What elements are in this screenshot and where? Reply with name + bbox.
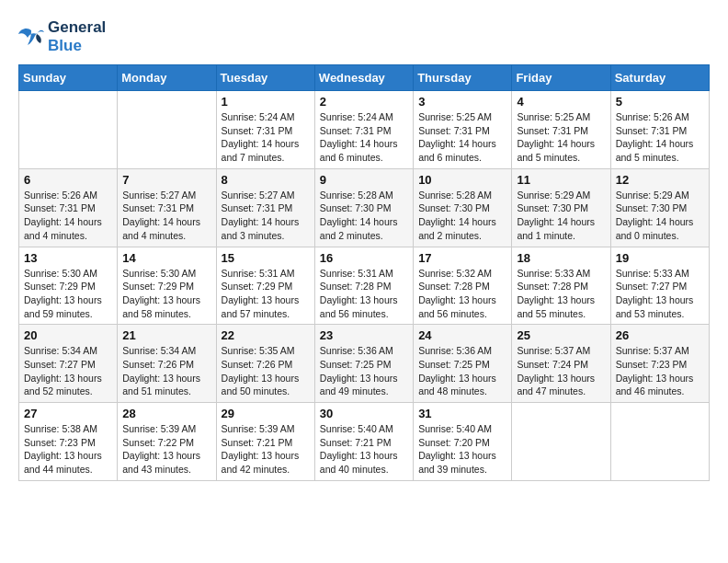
day-info: Sunrise: 5:36 AM Sunset: 7:25 PM Dayligh…: [418, 344, 506, 398]
day-info: Sunrise: 5:39 AM Sunset: 7:21 PM Dayligh…: [222, 422, 310, 477]
day-info: Sunrise: 5:34 AM Sunset: 7:26 PM Dayligh…: [122, 344, 210, 398]
logo-bird-icon: [18, 27, 44, 47]
day-number: 31: [418, 407, 506, 420]
calendar-cell: 28Sunrise: 5:39 AM Sunset: 7:22 PM Dayli…: [118, 403, 216, 481]
calendar-cell: 31Sunrise: 5:40 AM Sunset: 7:20 PM Dayli…: [414, 403, 512, 481]
day-info: Sunrise: 5:29 AM Sunset: 7:30 PM Dayligh…: [616, 189, 704, 243]
day-number: 7: [122, 173, 210, 187]
day-number: 16: [320, 251, 408, 265]
day-info: Sunrise: 5:38 AM Sunset: 7:23 PM Dayligh…: [24, 422, 112, 477]
weekday-header-wednesday: Wednesday: [314, 65, 413, 91]
day-number: 24: [418, 328, 506, 342]
week-row-2: 6Sunrise: 5:26 AM Sunset: 7:31 PM Daylig…: [19, 168, 710, 247]
calendar-cell: 14Sunrise: 5:30 AM Sunset: 7:29 PM Dayli…: [118, 247, 216, 325]
day-info: Sunrise: 5:37 AM Sunset: 7:23 PM Dayligh…: [616, 344, 704, 398]
day-number: 10: [418, 173, 506, 187]
weekday-header-sunday: Sunday: [19, 65, 118, 91]
day-info: Sunrise: 5:27 AM Sunset: 7:31 PM Dayligh…: [122, 189, 210, 243]
day-info: Sunrise: 5:31 AM Sunset: 7:28 PM Dayligh…: [320, 267, 408, 321]
calendar-cell: 18Sunrise: 5:33 AM Sunset: 7:28 PM Dayli…: [512, 247, 610, 325]
weekday-header-saturday: Saturday: [610, 65, 709, 91]
day-info: Sunrise: 5:34 AM Sunset: 7:27 PM Dayligh…: [24, 344, 112, 398]
logo: General Blue: [18, 18, 106, 55]
calendar-cell: 27Sunrise: 5:38 AM Sunset: 7:23 PM Dayli…: [19, 403, 118, 481]
calendar-cell: 19Sunrise: 5:33 AM Sunset: 7:27 PM Dayli…: [610, 247, 709, 325]
day-info: Sunrise: 5:31 AM Sunset: 7:29 PM Dayligh…: [222, 267, 310, 321]
weekday-header-friday: Friday: [512, 65, 610, 91]
day-number: 3: [418, 95, 506, 109]
day-info: Sunrise: 5:26 AM Sunset: 7:31 PM Dayligh…: [24, 189, 112, 243]
day-number: 19: [616, 251, 704, 265]
day-number: 26: [616, 328, 704, 342]
calendar-cell: 29Sunrise: 5:39 AM Sunset: 7:21 PM Dayli…: [216, 403, 314, 481]
page-header: General Blue: [18, 18, 710, 55]
calendar-cell: 15Sunrise: 5:31 AM Sunset: 7:29 PM Dayli…: [216, 247, 314, 325]
day-number: 18: [517, 251, 605, 265]
day-info: Sunrise: 5:30 AM Sunset: 7:29 PM Dayligh…: [122, 267, 210, 321]
day-info: Sunrise: 5:36 AM Sunset: 7:25 PM Dayligh…: [320, 344, 408, 398]
day-info: Sunrise: 5:35 AM Sunset: 7:26 PM Dayligh…: [222, 344, 310, 398]
day-info: Sunrise: 5:28 AM Sunset: 7:30 PM Dayligh…: [418, 189, 506, 243]
day-number: 11: [517, 173, 605, 187]
week-row-3: 13Sunrise: 5:30 AM Sunset: 7:29 PM Dayli…: [19, 247, 710, 325]
day-info: Sunrise: 5:30 AM Sunset: 7:29 PM Dayligh…: [24, 267, 112, 321]
day-info: Sunrise: 5:27 AM Sunset: 7:31 PM Dayligh…: [222, 189, 310, 243]
day-info: Sunrise: 5:37 AM Sunset: 7:24 PM Dayligh…: [517, 344, 605, 398]
day-info: Sunrise: 5:24 AM Sunset: 7:31 PM Dayligh…: [320, 110, 408, 165]
calendar-cell: 26Sunrise: 5:37 AM Sunset: 7:23 PM Dayli…: [610, 325, 709, 403]
calendar-table: SundayMondayTuesdayWednesdayThursdayFrid…: [18, 64, 710, 481]
day-info: Sunrise: 5:40 AM Sunset: 7:21 PM Dayligh…: [320, 422, 408, 477]
day-info: Sunrise: 5:24 AM Sunset: 7:31 PM Dayligh…: [222, 110, 310, 165]
day-number: 20: [24, 328, 112, 342]
calendar-cell: 4Sunrise: 5:25 AM Sunset: 7:31 PM Daylig…: [512, 91, 610, 169]
calendar-cell: [19, 91, 118, 169]
calendar-cell: [118, 91, 216, 169]
calendar-cell: [610, 403, 709, 481]
day-number: 1: [222, 95, 310, 109]
week-row-1: 1Sunrise: 5:24 AM Sunset: 7:31 PM Daylig…: [19, 91, 710, 169]
day-number: 9: [320, 173, 408, 187]
day-number: 14: [122, 251, 210, 265]
calendar-cell: 1Sunrise: 5:24 AM Sunset: 7:31 PM Daylig…: [216, 91, 314, 169]
calendar-cell: 11Sunrise: 5:29 AM Sunset: 7:30 PM Dayli…: [512, 168, 610, 247]
calendar-cell: 3Sunrise: 5:25 AM Sunset: 7:31 PM Daylig…: [414, 91, 512, 169]
calendar-cell: 12Sunrise: 5:29 AM Sunset: 7:30 PM Dayli…: [610, 168, 709, 247]
calendar-cell: 30Sunrise: 5:40 AM Sunset: 7:21 PM Dayli…: [314, 403, 413, 481]
day-info: Sunrise: 5:40 AM Sunset: 7:20 PM Dayligh…: [418, 422, 506, 477]
calendar-cell: 23Sunrise: 5:36 AM Sunset: 7:25 PM Dayli…: [314, 325, 413, 403]
day-number: 30: [320, 407, 408, 420]
day-number: 2: [320, 95, 408, 109]
calendar-cell: 17Sunrise: 5:32 AM Sunset: 7:28 PM Dayli…: [414, 247, 512, 325]
calendar-cell: 8Sunrise: 5:27 AM Sunset: 7:31 PM Daylig…: [216, 168, 314, 247]
day-number: 28: [122, 407, 210, 420]
calendar-cell: 25Sunrise: 5:37 AM Sunset: 7:24 PM Dayli…: [512, 325, 610, 403]
calendar-cell: 20Sunrise: 5:34 AM Sunset: 7:27 PM Dayli…: [19, 325, 118, 403]
calendar-cell: 2Sunrise: 5:24 AM Sunset: 7:31 PM Daylig…: [314, 91, 413, 169]
calendar-cell: 6Sunrise: 5:26 AM Sunset: 7:31 PM Daylig…: [19, 168, 118, 247]
calendar-cell: 22Sunrise: 5:35 AM Sunset: 7:26 PM Dayli…: [216, 325, 314, 403]
week-row-4: 20Sunrise: 5:34 AM Sunset: 7:27 PM Dayli…: [19, 325, 710, 403]
calendar-cell: 16Sunrise: 5:31 AM Sunset: 7:28 PM Dayli…: [314, 247, 413, 325]
day-number: 21: [122, 328, 210, 342]
day-number: 22: [222, 328, 310, 342]
weekday-header-monday: Monday: [118, 65, 216, 91]
day-info: Sunrise: 5:39 AM Sunset: 7:22 PM Dayligh…: [122, 422, 210, 477]
day-info: Sunrise: 5:25 AM Sunset: 7:31 PM Dayligh…: [418, 110, 506, 165]
day-number: 12: [616, 173, 704, 187]
day-number: 23: [320, 328, 408, 342]
day-info: Sunrise: 5:28 AM Sunset: 7:30 PM Dayligh…: [320, 189, 408, 243]
day-number: 25: [517, 328, 605, 342]
day-number: 15: [222, 251, 310, 265]
calendar-cell: 21Sunrise: 5:34 AM Sunset: 7:26 PM Dayli…: [118, 325, 216, 403]
day-info: Sunrise: 5:33 AM Sunset: 7:28 PM Dayligh…: [517, 267, 605, 321]
day-info: Sunrise: 5:33 AM Sunset: 7:27 PM Dayligh…: [616, 267, 704, 321]
weekday-header-thursday: Thursday: [414, 65, 512, 91]
calendar-cell: 9Sunrise: 5:28 AM Sunset: 7:30 PM Daylig…: [314, 168, 413, 247]
calendar-cell: [512, 403, 610, 481]
day-number: 17: [418, 251, 506, 265]
calendar-cell: 24Sunrise: 5:36 AM Sunset: 7:25 PM Dayli…: [414, 325, 512, 403]
day-number: 27: [24, 407, 112, 420]
day-number: 5: [616, 95, 704, 109]
calendar-cell: 13Sunrise: 5:30 AM Sunset: 7:29 PM Dayli…: [19, 247, 118, 325]
calendar-cell: 10Sunrise: 5:28 AM Sunset: 7:30 PM Dayli…: [414, 168, 512, 247]
